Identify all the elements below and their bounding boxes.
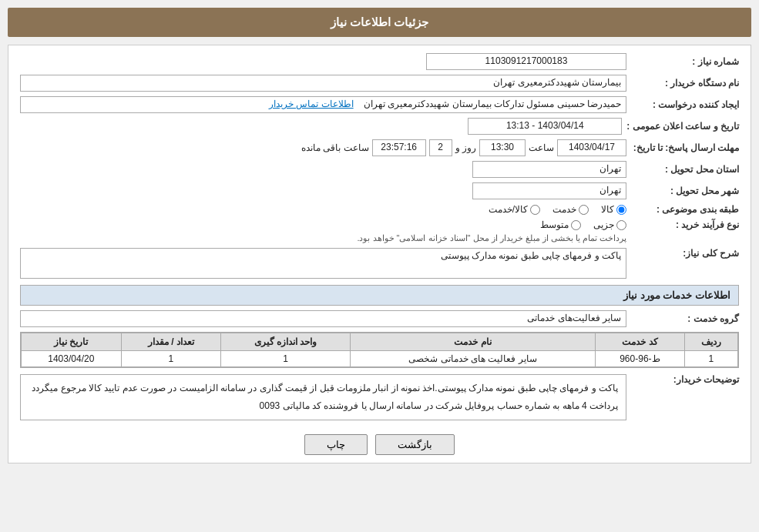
page-title: جزئیات اطلاعات نیاز xyxy=(8,8,751,37)
city-label: شهر محل تحویل : xyxy=(631,186,739,196)
reply-days-value: 2 xyxy=(429,139,452,156)
province-label: استان محل تحویل : xyxy=(631,164,739,175)
service-group-value: سایر فعالیت‌های خدماتی xyxy=(20,310,626,327)
purchase-note: پرداخت تمام یا بخشی از مبلغ خریدار از مح… xyxy=(20,233,626,243)
date-announce-value: 1403/04/14 - 13:13 xyxy=(468,118,622,135)
buyer-notes-value: پاکت و فرمهای چاپی طبق نمونه مدارک پیوست… xyxy=(20,374,626,420)
city-value: تهران xyxy=(472,182,626,199)
services-table: ردیف کد خدمت نام خدمت واحد اندازه گیری ت… xyxy=(21,333,738,367)
cell-service-code: ط-96-960 xyxy=(595,351,684,367)
need-summary-label: شرح کلی نیاز: xyxy=(631,248,739,259)
purchase-type-label: نوع فرآیند خرید : xyxy=(631,219,739,230)
col-service-code: کد خدمت xyxy=(595,333,684,351)
reply-deadline-label: مهلت ارسال پاسخ: تا تاریخ: xyxy=(631,142,739,153)
service-group-label: گروه خدمت : xyxy=(631,313,739,324)
table-row: 1 ط-96-960 سایر فعالیت های خدماتی شخصی 1… xyxy=(22,351,738,367)
reply-remaining-value: 23:57:16 xyxy=(372,139,426,156)
reply-remaining-label: ساعت باقی مانده xyxy=(301,142,369,153)
province-value: تهران xyxy=(472,161,626,178)
cell-quantity: 1 xyxy=(121,351,220,367)
creator-value: حمیدرضا حسینی مسئول تداركات بیمارستان شه… xyxy=(20,96,626,113)
col-service-name: نام خدمت xyxy=(350,333,595,351)
col-quantity: تعداد / مقدار xyxy=(121,333,220,351)
need-number-label: شماره نیاز : xyxy=(631,56,739,67)
purchase-option-motawaset[interactable]: متوسط xyxy=(540,219,581,230)
requester-org-label: نام دستگاه خریدار : xyxy=(631,78,739,89)
reply-date-value: 1403/04/17 xyxy=(557,139,626,156)
requester-org-value: بیمارستان شهیددکترمعیری تهران xyxy=(20,75,626,92)
cell-service-name: سایر فعالیت های خدماتی شخصی xyxy=(350,351,595,367)
services-table-wrapper: ردیف کد خدمت نام خدمت واحد اندازه گیری ت… xyxy=(20,332,739,368)
category-radio-group: کالا خدمت کالا/خدمت xyxy=(20,204,626,215)
category-label: طبقه بندی موضوعی : xyxy=(631,204,739,215)
col-date: تاریخ نیاز xyxy=(22,333,122,351)
creator-link[interactable]: اطلاعات تماس خریدار xyxy=(269,99,354,109)
back-button[interactable]: بازگشت xyxy=(375,434,455,455)
services-info-header: اطلاعات خدمات مورد نیاز xyxy=(20,285,739,306)
reply-time-label: ساعت xyxy=(529,142,554,153)
date-announce-label: تاریخ و ساعت اعلان عمومی : xyxy=(626,121,739,132)
print-button[interactable]: چاپ xyxy=(304,434,368,455)
need-summary-value: پاکت و فرمهای چاپی طبق نمونه مدارک پیوست… xyxy=(20,248,626,279)
cell-unit: 1 xyxy=(221,351,351,367)
col-row-num: ردیف xyxy=(684,333,737,351)
reply-days-label: روز و xyxy=(455,142,476,153)
col-unit: واحد اندازه گیری xyxy=(221,333,351,351)
category-option-khedmat[interactable]: خدمت xyxy=(552,204,589,215)
cell-row-num: 1 xyxy=(684,351,737,367)
action-buttons: بازگشت چاپ xyxy=(20,434,739,455)
purchase-option-jozi[interactable]: جزیی xyxy=(593,219,626,230)
creator-label: ایجاد کننده درخواست : xyxy=(631,99,739,110)
creator-text: حمیدرضا حسینی مسئول تداركات بیمارستان شه… xyxy=(364,99,621,109)
cell-date: 1403/04/20 xyxy=(22,351,122,367)
buyer-notes-label: توضیحات خریدار: xyxy=(631,374,739,385)
reply-time-value: 13:30 xyxy=(479,139,526,156)
category-option-kala[interactable]: کالا xyxy=(601,204,626,215)
category-option-kala-khedmat[interactable]: کالا/خدمت xyxy=(489,204,540,215)
need-number-value: 1103091217000183 xyxy=(426,53,626,70)
